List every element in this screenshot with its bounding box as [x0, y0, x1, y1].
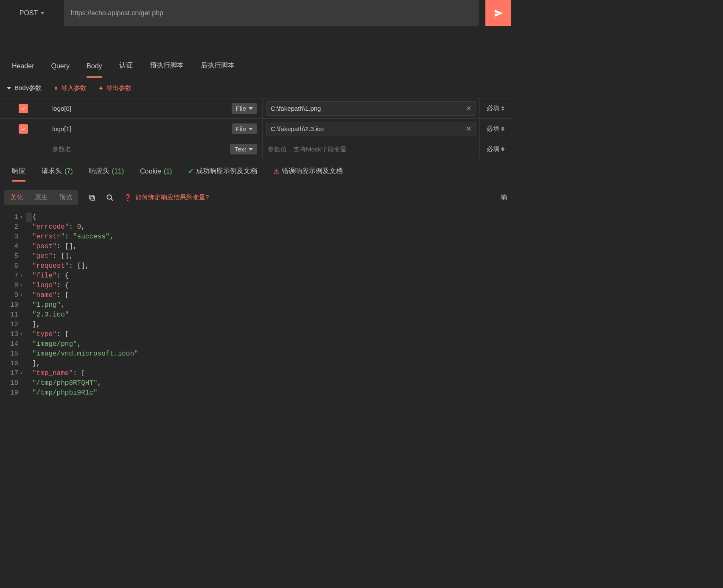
method-label: POST	[20, 9, 38, 17]
response-tabs: 响应 请求头 (7) 响应头 (11) Cookie (1) ✔ 成功响应示例及…	[0, 159, 511, 182]
param-name-cell: File	[47, 119, 262, 139]
chevron-down-icon	[40, 12, 45, 14]
param-value-cell: C:\fakepath\2.3.ico ✕	[262, 119, 479, 139]
tab-request-headers[interactable]: 请求头 (7)	[42, 167, 73, 182]
param-enabled-cell	[0, 124, 47, 134]
param-name-input[interactable]	[52, 146, 227, 153]
tab-error-doc[interactable]: ⚠ 错误响应示例及文档	[273, 167, 343, 182]
sort-icon	[501, 147, 504, 151]
chevron-down-icon	[249, 107, 253, 110]
tab-cookie[interactable]: Cookie (1)	[140, 168, 172, 181]
param-enabled-checkbox[interactable]	[19, 124, 28, 134]
param-name-cell: Text	[47, 139, 262, 159]
svg-line-3	[111, 199, 113, 201]
param-row-empty: Text 必填	[0, 139, 511, 159]
param-name-input[interactable]	[52, 105, 228, 112]
param-value-cell: C:\fakepath\1.png ✕	[262, 98, 479, 118]
tab-success-doc-label: 成功响应示例及文档	[196, 167, 257, 176]
request-bar: POST https://echo.apipost.cn/get.php	[0, 0, 511, 26]
arrow-up-icon	[53, 86, 59, 91]
required-select[interactable]: 必填	[479, 119, 511, 139]
chevron-down-icon	[7, 87, 11, 90]
editor-gutter: 1▾234567▾8▾9▾10111213▾14151617▾1819	[0, 213, 26, 398]
clear-icon[interactable]: ✕	[466, 104, 471, 112]
param-value-text: C:\fakepath\2.3.ico	[271, 125, 324, 132]
copy-icon[interactable]	[88, 194, 96, 202]
clear-icon[interactable]: ✕	[466, 125, 471, 133]
export-params-label: 导出参数	[106, 84, 132, 92]
response-editor: 1▾234567▾8▾9▾10111213▾14151617▾1819 { "e…	[0, 213, 511, 398]
check-icon	[21, 126, 26, 132]
tab-response-headers-label: 响应头	[89, 167, 109, 176]
body-params-collapse[interactable]: Body参数	[7, 84, 42, 92]
view-raw[interactable]: 原生	[29, 190, 53, 205]
tab-request-headers-count: (7)	[64, 168, 73, 175]
param-type-select[interactable]: Text	[230, 144, 257, 154]
response-toolbar: 美化 原生 预览 ❓ 如何绑定响应结果到变量? 响	[0, 186, 511, 209]
param-name-input[interactable]	[52, 125, 228, 132]
editor-code[interactable]: { "errcode": 0, "errstr": "success", "po…	[26, 213, 511, 398]
chevron-down-icon	[249, 128, 253, 130]
param-type-select[interactable]: File	[232, 123, 257, 134]
svg-rect-1	[90, 195, 93, 199]
param-row: File C:\fakepath\2.3.ico ✕ 必填	[0, 118, 511, 139]
question-circle-icon: ❓	[124, 194, 132, 202]
arrow-down-icon	[98, 86, 104, 91]
chevron-down-icon	[249, 148, 253, 151]
tab-response-headers[interactable]: 响应头 (11)	[89, 167, 124, 182]
required-label: 必填	[487, 145, 499, 153]
paper-plane-icon	[494, 8, 503, 18]
url-value: https://echo.apipost.cn/get.php	[71, 9, 163, 17]
param-value-text: C:\fakepath\1.png	[271, 105, 321, 112]
tab-cookie-count: (1)	[164, 168, 172, 175]
param-value-cell	[262, 139, 479, 159]
required-label: 必填	[487, 125, 499, 133]
param-enabled-cell	[0, 104, 47, 113]
tab-query[interactable]: Query	[51, 62, 70, 78]
required-select[interactable]: 必填	[479, 98, 511, 118]
required-label: 必填	[487, 104, 499, 112]
tab-error-doc-label: 错误响应示例及文档	[282, 167, 343, 176]
url-input[interactable]: https://echo.apipost.cn/get.php	[64, 0, 479, 26]
exclamation-circle-icon: ⚠	[273, 167, 279, 175]
check-circle-icon: ✔	[188, 167, 193, 175]
body-params-title: Body参数	[14, 84, 42, 92]
param-value-input[interactable]	[268, 146, 476, 153]
view-segment: 美化 原生 预览	[4, 190, 78, 205]
svg-point-2	[107, 195, 112, 199]
tab-auth[interactable]: 认证	[119, 61, 133, 78]
export-params-button[interactable]: 导出参数	[98, 84, 132, 92]
tab-prescript[interactable]: 预执行脚本	[150, 61, 184, 78]
tab-response-headers-count: (11)	[112, 168, 124, 175]
tab-header[interactable]: Header	[12, 62, 34, 78]
svg-rect-0	[91, 196, 95, 200]
param-type-label: File	[236, 125, 246, 132]
tab-success-doc[interactable]: ✔ 成功响应示例及文档	[188, 167, 257, 182]
param-type-select[interactable]: File	[232, 103, 257, 114]
param-file-value[interactable]: C:\fakepath\1.png ✕	[266, 101, 476, 116]
body-params-header: Body参数 导入参数 导出参数	[0, 78, 511, 98]
check-icon	[21, 106, 26, 111]
tab-request-headers-label: 请求头	[42, 167, 62, 176]
param-file-value[interactable]: C:\fakepath\2.3.ico ✕	[266, 122, 476, 136]
send-button[interactable]	[485, 0, 511, 26]
search-icon[interactable]	[106, 194, 114, 202]
help-link-label: 如何绑定响应结果到变量?	[135, 193, 209, 202]
view-preview[interactable]: 预览	[53, 190, 78, 205]
import-params-button[interactable]: 导入参数	[53, 84, 87, 92]
response-right-label: 响	[501, 193, 507, 202]
view-beautify[interactable]: 美化	[4, 190, 29, 205]
param-name-cell: File	[47, 98, 262, 118]
sort-icon	[501, 106, 504, 111]
param-row: File C:\fakepath\1.png ✕ 必填	[0, 98, 511, 118]
tab-response[interactable]: 响应	[12, 167, 25, 182]
param-enabled-checkbox[interactable]	[19, 104, 28, 113]
tab-cookie-label: Cookie	[140, 168, 161, 175]
required-select[interactable]: 必填	[479, 139, 511, 159]
method-select[interactable]: POST	[0, 0, 64, 26]
param-type-label: Text	[234, 146, 246, 153]
tab-body[interactable]: Body	[87, 62, 102, 78]
tab-postscript[interactable]: 后执行脚本	[201, 61, 235, 78]
help-bind-variable-link[interactable]: ❓ 如何绑定响应结果到变量?	[124, 193, 209, 202]
sort-icon	[501, 126, 504, 131]
